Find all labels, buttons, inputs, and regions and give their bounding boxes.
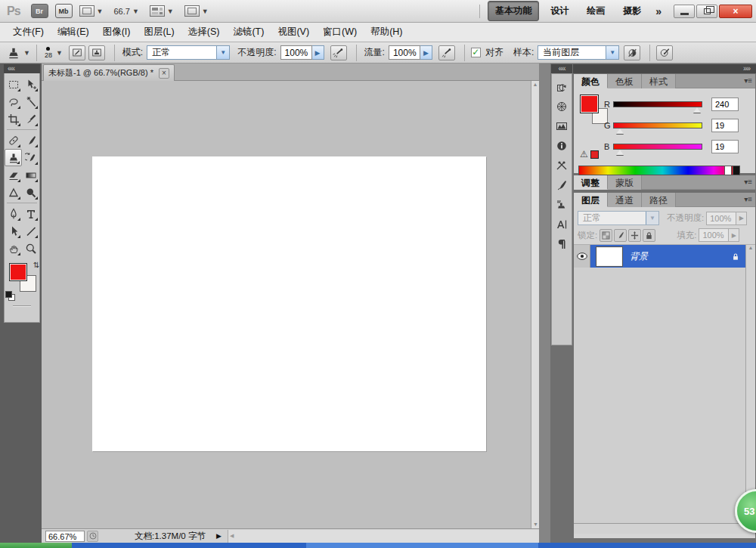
healing-brush-tool[interactable]	[5, 132, 22, 149]
paragraph-panel-button[interactable]	[553, 234, 571, 254]
eyedropper-tool[interactable]	[22, 110, 39, 128]
chevron-right-icon[interactable]: ▶	[420, 45, 432, 60]
hand-tool[interactable]	[5, 240, 22, 257]
path-selection-tool[interactable]	[5, 222, 22, 240]
lock-position-button[interactable]	[628, 229, 641, 242]
menu-edit[interactable]: 编辑(E)	[51, 23, 96, 42]
layer-visibility-toggle[interactable]	[574, 245, 590, 268]
color-spectrum-ramp[interactable]	[578, 166, 740, 175]
fill-value[interactable]: 100%	[699, 228, 729, 242]
brush-tool[interactable]	[22, 132, 39, 149]
magic-wand-tool[interactable]	[22, 93, 39, 110]
minimize-button[interactable]	[674, 5, 695, 18]
green-slider-handle[interactable]	[616, 128, 624, 134]
blue-value-input[interactable]: 19	[711, 140, 739, 153]
menu-filter[interactable]: 滤镜(T)	[226, 23, 271, 42]
line-tool[interactable]	[22, 222, 39, 240]
document-tab[interactable]: 未标题-1 @ 66.7%(RGB/8) * ×	[43, 64, 175, 81]
taskbar-button-segment[interactable]	[306, 543, 538, 548]
layer-row-background[interactable]: 背景	[574, 245, 745, 268]
taskbar-sliver[interactable]	[0, 543, 756, 548]
close-button[interactable]: ×	[719, 5, 752, 18]
default-colors-icon[interactable]	[5, 291, 13, 299]
workspace-essentials[interactable]: 基本功能	[488, 1, 539, 21]
flow-value[interactable]: 100%	[389, 45, 420, 60]
dodge-tool[interactable]	[22, 184, 39, 201]
tab-swatches[interactable]: 色板	[608, 74, 642, 88]
screen-mode-button[interactable]: ▼	[184, 5, 209, 17]
tab-paths[interactable]: 路径	[642, 193, 676, 207]
menu-help[interactable]: 帮助(H)	[364, 23, 409, 42]
crop-tool[interactable]	[5, 110, 22, 128]
brush-presets-panel-button[interactable]	[553, 156, 571, 175]
lock-all-button[interactable]	[643, 229, 655, 242]
clone-source-panel-button[interactable]	[553, 195, 571, 215]
lasso-tool[interactable]	[5, 93, 22, 110]
workspace-photography[interactable]: 摄影	[616, 2, 648, 20]
vertical-scrollbar[interactable]: ▲▼	[531, 81, 539, 528]
history-brush-tool[interactable]	[22, 149, 39, 166]
lock-pixels-button[interactable]	[614, 229, 627, 242]
ignore-adjustment-layers-button[interactable]	[624, 45, 640, 60]
zoom-level-button[interactable]: 66.7 ▼	[114, 7, 139, 16]
layer-opacity-value[interactable]: 100%	[706, 212, 736, 225]
airbrush-flow-button[interactable]	[438, 45, 455, 60]
clone-stamp-tool[interactable]	[5, 149, 22, 166]
tab-adjustments[interactable]: 调整	[574, 175, 608, 190]
status-clock-icon[interactable]	[87, 531, 98, 542]
tab-styles[interactable]: 样式	[642, 74, 676, 88]
collapse-dock-button[interactable]: »»	[573, 64, 756, 73]
tab-channels[interactable]: 通道	[608, 193, 642, 207]
toggle-clone-source-button[interactable]	[88, 45, 105, 60]
red-slider-handle[interactable]	[693, 107, 701, 113]
document-canvas[interactable]	[92, 156, 486, 451]
menu-layer[interactable]: 图层(L)	[137, 23, 181, 42]
white-swatch[interactable]	[724, 166, 732, 175]
workspace-painting[interactable]: 绘画	[580, 2, 612, 20]
tab-masks[interactable]: 蒙版	[608, 175, 642, 190]
layer-thumbnail[interactable]	[596, 247, 622, 266]
horizontal-scrollbar[interactable]: ◀	[228, 530, 539, 543]
character-panel-button[interactable]	[553, 215, 571, 234]
restore-button[interactable]	[696, 5, 717, 18]
aligned-checkbox[interactable]: ✓	[471, 48, 481, 57]
lock-transparency-button[interactable]	[600, 229, 612, 242]
opacity-field[interactable]: 100% ▶	[280, 45, 324, 60]
info-panel-button[interactable]	[553, 136, 571, 156]
panel-menu-icon[interactable]: ▾≡	[744, 195, 752, 203]
close-icon[interactable]: ×	[159, 68, 169, 79]
scroll-down-icon[interactable]: ▼	[533, 521, 538, 528]
menu-window[interactable]: 窗口(W)	[316, 23, 364, 42]
foreground-color-swatch[interactable]	[9, 263, 27, 281]
flow-field[interactable]: 100% ▶	[389, 45, 432, 60]
gradient-tool[interactable]	[22, 166, 39, 184]
blend-mode-select[interactable]: 正常 ▼	[147, 45, 230, 60]
brush-panel-button[interactable]	[553, 175, 571, 195]
taskbar-green-segment[interactable]	[0, 543, 72, 548]
histogram-panel-button[interactable]	[553, 116, 571, 136]
chevron-right-icon[interactable]: ▶	[312, 45, 324, 60]
pen-tool[interactable]	[5, 205, 22, 222]
toggle-brush-panel-button[interactable]	[69, 45, 85, 60]
chevron-right-icon[interactable]: ▶	[729, 228, 739, 242]
menu-file[interactable]: 文件(F)	[6, 23, 51, 42]
layers-scrollbar[interactable]: ▲	[745, 245, 755, 523]
arrange-documents-button[interactable]: ▼	[150, 5, 174, 17]
menu-view[interactable]: 视图(V)	[271, 23, 316, 42]
foreground-color-swatch[interactable]	[580, 94, 599, 113]
tab-color[interactable]: 颜色	[574, 74, 608, 88]
history-panel-button[interactable]	[553, 77, 571, 97]
type-tool[interactable]	[22, 205, 39, 222]
brush-preset-picker[interactable]: 28	[45, 47, 52, 59]
red-value-input[interactable]: 240	[711, 98, 739, 111]
workspace-design[interactable]: 设计	[544, 2, 575, 20]
canvas-background[interactable]	[42, 81, 531, 528]
airbrush-opacity-button[interactable]	[330, 45, 347, 60]
view-extras-button[interactable]: ▼	[79, 5, 104, 17]
green-value-input[interactable]: 19	[711, 119, 739, 132]
rectangular-marquee-tool[interactable]	[5, 76, 22, 93]
blue-slider-handle[interactable]	[616, 150, 624, 155]
expand-strip-button[interactable]: ««	[551, 64, 572, 73]
menu-image[interactable]: 图像(I)	[96, 23, 138, 42]
move-tool[interactable]	[22, 76, 39, 93]
